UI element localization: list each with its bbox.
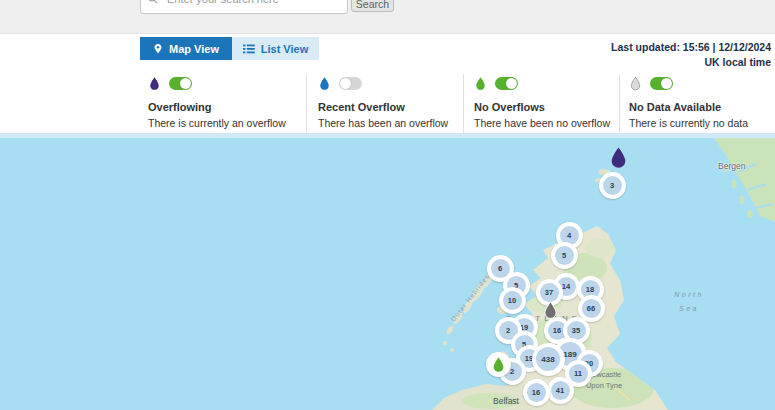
droplet-no-data-icon bbox=[629, 75, 642, 92]
droplet-overflowing-icon bbox=[148, 75, 161, 92]
search-button[interactable]: Search bbox=[351, 0, 394, 12]
tab-list-view-label: List View bbox=[261, 43, 308, 55]
toggle-knob bbox=[180, 78, 191, 89]
tab-map-view[interactable]: Map View bbox=[140, 37, 232, 60]
map-cluster-marker[interactable]: 5 bbox=[551, 242, 578, 269]
tab-list-view[interactable]: List View bbox=[232, 37, 319, 60]
droplet-no-overflows-icon bbox=[474, 75, 487, 92]
overflow-map-page: Search Map View List View Last updated: … bbox=[0, 0, 775, 410]
cluster-count: 3 bbox=[603, 176, 622, 195]
search-bar: Search bbox=[0, 0, 775, 34]
cluster-count: 66 bbox=[582, 299, 601, 318]
tab-map-view-label: Map View bbox=[169, 43, 219, 55]
map-cluster-marker[interactable]: 16 bbox=[523, 379, 550, 406]
cluster-count: 438 bbox=[536, 347, 560, 371]
last-updated-line1: Last updated: 15:56 | 12/12/2024 bbox=[611, 40, 771, 55]
legend-title: Overflowing bbox=[148, 101, 294, 113]
legend-title: No Overflows bbox=[474, 101, 610, 113]
cluster-count: 16 bbox=[527, 383, 546, 402]
cluster-count: 11 bbox=[569, 364, 588, 383]
last-updated-line2: UK local time bbox=[611, 55, 771, 70]
cluster-count: 5 bbox=[555, 246, 574, 265]
last-updated: Last updated: 15:56 | 12/12/2024 UK loca… bbox=[611, 40, 771, 70]
view-tabs: Map View List View bbox=[140, 37, 319, 60]
toggle-knob bbox=[340, 78, 351, 89]
search-input[interactable] bbox=[165, 0, 347, 13]
search-field-wrap bbox=[140, 0, 348, 14]
cluster-count: 35 bbox=[567, 321, 586, 340]
search-icon bbox=[147, 0, 158, 8]
toggle-knob bbox=[506, 78, 517, 89]
legend-toggle-overflowing[interactable] bbox=[169, 77, 192, 90]
map-pin-icon bbox=[153, 43, 163, 55]
map-label-bergen: Bergen bbox=[718, 161, 745, 171]
legend-toggle-recent-overflow[interactable] bbox=[339, 77, 362, 90]
map[interactable]: BergenNorth SeaOuter HebridesSCOTLANDNew… bbox=[0, 138, 775, 410]
map-droplet-no-overflows-icon[interactable] bbox=[486, 352, 511, 377]
map-droplet-overflowing-icon[interactable] bbox=[608, 144, 629, 171]
map-cluster-marker[interactable]: 438 bbox=[532, 343, 565, 376]
map-droplet-no-data-icon[interactable] bbox=[542, 299, 559, 321]
list-icon bbox=[243, 44, 255, 54]
legend-toggle-no-overflows[interactable] bbox=[495, 77, 518, 90]
legend-title: No Data Available bbox=[629, 101, 769, 113]
toggle-knob bbox=[661, 78, 672, 89]
cluster-count: 41 bbox=[551, 381, 570, 400]
legend-title: Recent Overflow bbox=[318, 101, 453, 113]
legend-toggle-no-data[interactable] bbox=[650, 77, 673, 90]
map-cluster-marker[interactable]: 10 bbox=[499, 287, 526, 314]
map-cluster-marker[interactable]: 41 bbox=[547, 377, 574, 404]
map-label-belfast: Belfast bbox=[493, 396, 519, 406]
map-label-north-sea: North Sea bbox=[666, 288, 712, 315]
droplet-recent-overflow-icon bbox=[318, 75, 331, 92]
cluster-count: 10 bbox=[503, 291, 522, 310]
map-landmass bbox=[0, 138, 775, 410]
map-cluster-marker[interactable]: 3 bbox=[599, 172, 626, 199]
